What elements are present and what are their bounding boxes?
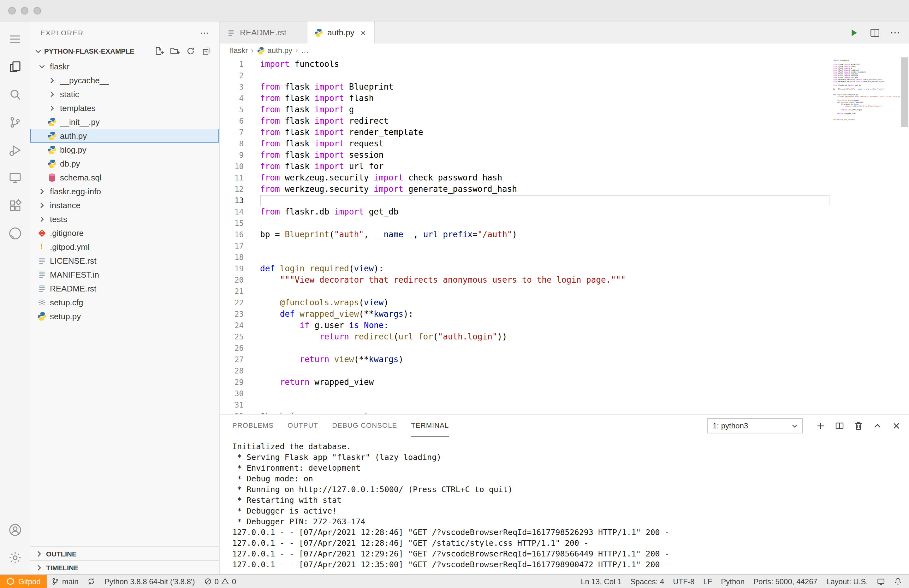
tree-item-schema.sql[interactable]: schema.sql	[30, 170, 219, 184]
code-line[interactable]: bp = Blueprint("auth", __name__, url_pre…	[260, 229, 830, 241]
breadcrumb-item-…[interactable]: …	[301, 46, 309, 55]
breadcrumb-item-flaskr[interactable]: flaskr	[230, 46, 248, 55]
refresh-explorer-icon[interactable]	[186, 46, 196, 56]
code-line[interactable]: """View decorator that redirects anonymo…	[260, 275, 830, 286]
more-editor-actions-icon[interactable]: ⋯	[890, 26, 900, 39]
code-line[interactable]	[260, 388, 830, 399]
account-activity-icon[interactable]	[0, 516, 29, 544]
tree-item-tests[interactable]: tests	[30, 212, 219, 226]
kill-terminal-icon[interactable]	[854, 420, 864, 431]
new-file-icon[interactable]	[154, 46, 164, 56]
code-line[interactable]	[260, 286, 830, 297]
sync-changes-button[interactable]	[83, 575, 100, 588]
code-line[interactable]	[260, 241, 830, 252]
code-line[interactable]: from flask import g	[260, 104, 830, 115]
notifications-bell-icon[interactable]	[890, 575, 906, 588]
git-branch-status[interactable]: main	[47, 575, 83, 588]
terminal-output[interactable]: Initialized the database. * Serving Flas…	[220, 436, 909, 574]
run-python-file-icon[interactable]	[848, 27, 860, 38]
code-line[interactable]: return redirect(url_for("auth.login"))	[260, 331, 830, 342]
source-control-activity-icon[interactable]	[0, 108, 29, 136]
tree-item-auth.py[interactable]: auth.py	[30, 129, 219, 142]
tab-auth.py[interactable]: auth.py×	[307, 21, 375, 44]
scrollbar-thumb[interactable]	[901, 57, 908, 127]
tab-README.rst[interactable]: README.rst	[220, 21, 307, 44]
status-cursor-position[interactable]: Ln 13, Col 1	[576, 575, 626, 588]
status-ports[interactable]: Ports: 5000, 44267	[749, 575, 822, 588]
timeline-section[interactable]: TIMELINE	[30, 560, 219, 574]
code-line[interactable]: if g.user is None:	[260, 320, 830, 331]
code-line[interactable]: return wrapped_view	[260, 376, 830, 388]
tree-item-.gitpod.yml[interactable]: !.gitpod.yml	[30, 240, 219, 254]
minimize-window-button[interactable]	[21, 6, 28, 14]
new-terminal-icon[interactable]	[815, 420, 826, 431]
code-line[interactable]: @bp.before_app_request	[260, 411, 830, 414]
tree-item-flaskr[interactable]: flaskr	[30, 59, 219, 73]
problems-status[interactable]: 0 0	[199, 575, 241, 588]
code-line[interactable]: from werkzeug.security import generate_p…	[260, 184, 830, 195]
tree-item-instance[interactable]: instance	[30, 198, 219, 212]
new-folder-icon[interactable]	[170, 46, 180, 56]
minimap[interactable]: import functoolsfrom flask import Bluepr…	[830, 57, 900, 414]
extensions-activity-icon[interactable]	[0, 192, 29, 220]
tree-item-README.rst[interactable]: README.rst	[30, 281, 219, 295]
breadcrumb-item-auth.py[interactable]: auth.py	[257, 46, 292, 55]
code-line[interactable]	[260, 399, 830, 411]
code-line[interactable]: @functools.wraps(view)	[260, 297, 830, 309]
menu-activity-icon[interactable]	[0, 25, 29, 53]
code-line[interactable]: from flask import url_for	[260, 161, 830, 172]
python-interpreter-status[interactable]: Python 3.8.8 64-bit ('3.8.8')	[100, 575, 199, 588]
status-indentation[interactable]: Spaces: 4	[626, 575, 669, 588]
close-tab-icon[interactable]: ×	[358, 27, 368, 37]
project-section-header[interactable]: PYTHON-FLASK-EXAMPLE	[30, 44, 219, 59]
tree-item-db.py[interactable]: db.py	[30, 157, 219, 170]
tree-item-static[interactable]: static	[30, 87, 219, 101]
tree-item-.gitignore[interactable]: .gitignore	[30, 226, 219, 240]
panel-tab-problems[interactable]: PROBLEMS	[232, 415, 273, 436]
code-line[interactable]	[260, 252, 830, 263]
tree-item-setup.cfg[interactable]: setup.cfg	[30, 295, 219, 309]
split-editor-icon[interactable]	[869, 27, 881, 38]
code-line[interactable]	[260, 365, 830, 376]
tree-item-__pycache__[interactable]: __pycache__	[30, 73, 219, 87]
zoom-window-button[interactable]	[34, 6, 41, 14]
code-line[interactable]: from flask import flash	[260, 93, 830, 104]
tree-item-LICENSE.rst[interactable]: LICENSE.rst	[30, 254, 219, 268]
editor-scrollbar[interactable]	[900, 57, 909, 414]
maximize-panel-icon[interactable]	[872, 420, 883, 431]
github-activity-icon[interactable]	[0, 220, 29, 247]
status-keyboard-layout[interactable]: Layout: U.S.	[822, 575, 872, 588]
gitpod-remote-indicator[interactable]: Gitpod	[0, 575, 47, 588]
code-line[interactable]: def wrapped_view(**kwargs):	[260, 309, 830, 320]
collapse-all-icon[interactable]	[201, 46, 212, 56]
code-lines[interactable]: import functoolsfrom flask import Bluepr…	[260, 57, 830, 414]
close-window-button[interactable]	[8, 6, 16, 14]
code-line[interactable]: import functools	[260, 59, 830, 70]
split-terminal-icon[interactable]	[835, 420, 844, 431]
code-line[interactable]: from flask import redirect	[260, 115, 830, 127]
code-line[interactable]: from flask import session	[260, 150, 830, 161]
code-line[interactable]	[260, 218, 830, 229]
panel-tab-output[interactable]: OUTPUT	[288, 415, 318, 436]
tree-item-flaskr.egg-info[interactable]: flaskr.egg-info	[30, 184, 219, 198]
code-line[interactable]: from flask import request	[260, 138, 830, 150]
code-line[interactable]: return view(**kwargs)	[260, 354, 830, 365]
tree-item-templates[interactable]: templates	[30, 101, 219, 115]
code-line[interactable]: from flaskr.db import get_db	[260, 206, 830, 218]
current-code-line[interactable]	[260, 195, 830, 206]
explorer-more-actions-icon[interactable]: ⋯	[200, 27, 209, 37]
code-editor[interactable]: 1234567891011121314151617181920212223242…	[220, 57, 909, 414]
code-line[interactable]: from flask import Blueprint	[260, 81, 830, 93]
close-panel-icon[interactable]	[891, 420, 901, 431]
search-activity-icon[interactable]	[0, 81, 29, 108]
tree-item-blog.py[interactable]: blog.py	[30, 142, 219, 157]
tree-item-MANIFEST.in[interactable]: MANIFEST.in	[30, 268, 219, 281]
remote-explorer-activity-icon[interactable]	[0, 164, 29, 192]
code-line[interactable]	[260, 70, 830, 81]
code-line[interactable]: def login_required(view):	[260, 263, 830, 275]
tree-item-setup.py[interactable]: setup.py	[30, 309, 219, 323]
run-and-debug-activity-icon[interactable]	[0, 136, 29, 164]
explorer-activity-icon[interactable]	[0, 53, 29, 81]
code-line[interactable]	[260, 342, 830, 354]
code-line[interactable]: from flask import render_template	[260, 127, 830, 138]
